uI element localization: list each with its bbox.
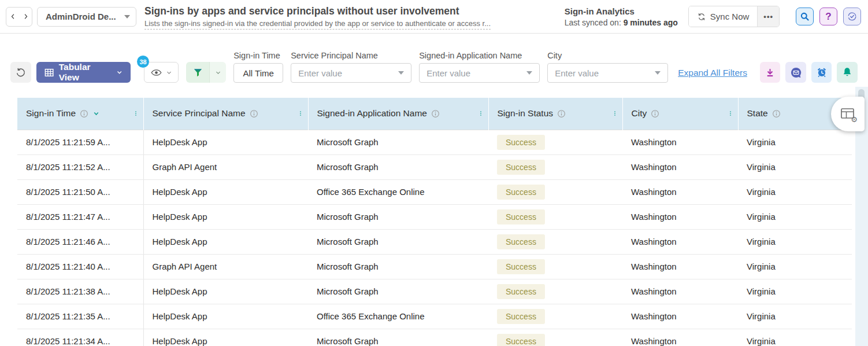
cell-application: Microsoft Graph (308, 154, 488, 179)
cell-signin-time: 8/1/2025 11:21:50 A... (17, 179, 143, 204)
info-icon[interactable] (772, 109, 781, 118)
filter-label: Sign-in Time (233, 51, 283, 60)
info-icon[interactable] (250, 109, 258, 118)
chevron-right-icon (23, 13, 29, 20)
top-header: AdminDroid De... Sign-ins by apps and se… (0, 0, 868, 34)
info-icon[interactable] (651, 109, 659, 118)
feedback-chat-button[interactable] (785, 62, 806, 83)
cell-state: Virginia (738, 179, 852, 204)
bell-icon (841, 67, 853, 78)
sort-descending-icon[interactable] (92, 110, 100, 117)
cell-application: Microsoft Graph (308, 130, 488, 154)
chevron-down-icon (166, 69, 172, 76)
column-header-signin-status[interactable]: Sign-in Status (488, 98, 622, 130)
reset-view-button[interactable] (10, 62, 31, 83)
global-search-button[interactable] (796, 8, 814, 25)
table-row: 8/1/2025 11:21:34 A... HelpDesk App Micr… (17, 329, 852, 346)
info-icon[interactable] (80, 109, 88, 118)
cell-application: Office 365 Exchange Online (308, 304, 488, 329)
info-icon[interactable] (557, 109, 566, 118)
table-row: 8/1/2025 11:21:38 A... HelpDesk App Micr… (17, 279, 852, 304)
column-header-city[interactable]: City (622, 98, 738, 130)
apply-filter-button[interactable] (186, 62, 209, 83)
application-select[interactable]: Enter value (419, 63, 540, 83)
cell-status: Success (488, 279, 622, 304)
cell-state: Virginia (738, 254, 852, 279)
table-row: 8/1/2025 11:21:59 A... HelpDesk App Micr… (17, 130, 852, 154)
column-menu-icon[interactable] (728, 108, 733, 119)
cell-application: Microsoft Graph (308, 204, 488, 229)
nav-forward-button[interactable] (19, 8, 32, 26)
status-badge: Success (497, 160, 545, 175)
column-menu-icon[interactable] (298, 108, 303, 119)
filter-split-button (186, 62, 226, 83)
column-menu-icon[interactable] (133, 108, 138, 119)
help-button[interactable]: ? (819, 8, 837, 25)
cell-state: Virginia (738, 130, 852, 154)
city-select[interactable]: Enter value (547, 63, 668, 83)
cell-application: Microsoft Graph (308, 329, 488, 346)
nav-back-button[interactable] (6, 8, 19, 26)
cell-status: Success (488, 304, 622, 329)
column-menu-icon[interactable] (478, 108, 483, 119)
question-mark-icon: ? (825, 11, 831, 23)
caret-down-icon (398, 71, 404, 75)
status-badge: Success (497, 259, 545, 274)
last-synced-value: 9 minutes ago (624, 18, 678, 27)
grid-header-row: Sign-in Time Service Principal Name (17, 98, 852, 130)
sync-more-button[interactable]: ••• (757, 6, 779, 27)
cell-signin-time: 8/1/2025 11:21:47 A... (17, 204, 143, 229)
export-download-button[interactable] (760, 62, 781, 83)
select-placeholder: Enter value (298, 68, 342, 78)
cell-city: Washington (622, 204, 738, 229)
status-badge: Success (497, 284, 545, 299)
info-icon[interactable] (431, 109, 440, 118)
cell-status: Success (488, 130, 622, 154)
last-synced-text: Last synced on: 9 minutes ago (565, 18, 678, 27)
reset-undo-icon (15, 67, 26, 78)
search-icon (799, 11, 810, 22)
view-mode-label: Tabular View (59, 62, 111, 83)
cell-state: Virginia (738, 154, 852, 179)
sync-status-block: Sign-in Analytics Last synced on: 9 minu… (565, 6, 678, 27)
cell-application: Microsoft Graph (308, 254, 488, 279)
column-visibility-button[interactable] (144, 62, 179, 83)
cell-principal: HelpDesk App (143, 130, 308, 154)
dashboard-selector[interactable]: AdminDroid De... (37, 7, 136, 27)
cell-state: Virginia (738, 204, 852, 229)
cell-signin-time: 8/1/2025 11:21:38 A... (17, 279, 143, 304)
expand-all-filters-link[interactable]: Expand All Filters (678, 68, 747, 78)
column-header-application[interactable]: Signed-in Application Name (308, 98, 488, 130)
column-header-signin-time[interactable]: Sign-in Time (17, 98, 143, 130)
sync-now-button[interactable]: Sync Now (689, 6, 758, 27)
alarm-clock-icon (816, 67, 828, 78)
cell-state: Virginia (738, 229, 852, 254)
cell-city: Washington (622, 130, 738, 154)
column-settings-button[interactable]: ⚙ (831, 97, 865, 131)
schedule-history-button[interactable] (843, 8, 861, 25)
table-row: 8/1/2025 11:21:40 A... Graph API Agent M… (17, 254, 852, 279)
cell-status: Success (488, 329, 622, 346)
signin-time-filter-button[interactable]: All Time (233, 63, 283, 83)
column-header-service-principal[interactable]: Service Principal Name (143, 98, 308, 130)
dashboard-selector-label: AdminDroid De... (46, 12, 116, 21)
cell-status: Success (488, 179, 622, 204)
service-principal-select[interactable]: Enter value (291, 63, 411, 83)
alert-schedule-button[interactable] (811, 62, 832, 83)
notifications-button[interactable] (837, 62, 858, 83)
cell-principal: HelpDesk App (143, 204, 308, 229)
filter-city: City Enter value (547, 51, 668, 83)
table-row: 8/1/2025 11:21:50 A... HelpDesk App Offi… (17, 179, 852, 204)
cell-signin-time: 8/1/2025 11:21:52 A... (17, 154, 143, 179)
view-mode-dropdown[interactable]: Tabular View (36, 62, 131, 83)
visible-columns-badge: 38 (137, 56, 149, 68)
column-title: State (747, 108, 768, 119)
cell-principal: Graph API Agent (143, 154, 308, 179)
column-menu-icon[interactable] (613, 108, 617, 119)
cell-principal: HelpDesk App (143, 329, 308, 346)
filter-dropdown-button[interactable] (209, 62, 226, 83)
cell-status: Success (488, 204, 622, 229)
chevron-down-icon (215, 69, 221, 76)
analytics-title: Sign-in Analytics (565, 6, 678, 16)
title-block: Sign-ins by apps and service principals … (144, 4, 565, 30)
